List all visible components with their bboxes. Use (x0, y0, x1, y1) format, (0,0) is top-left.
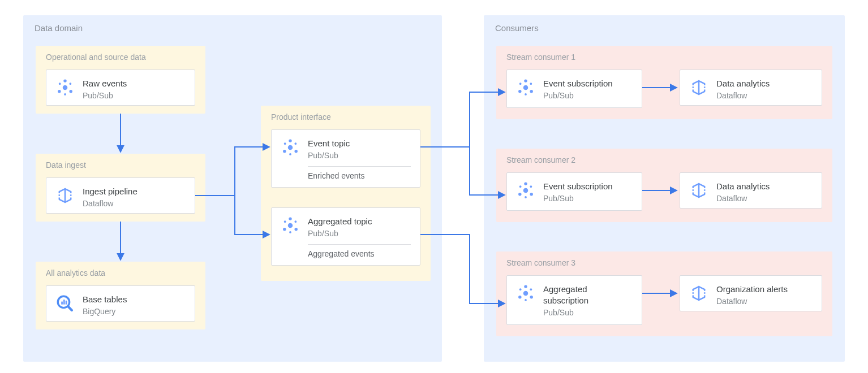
node-title: Base tables (83, 294, 127, 305)
dataflow-icon (689, 181, 708, 200)
node-c1-subscription: Event subscription Pub/Sub (506, 70, 642, 108)
group-title: Product interface (271, 112, 331, 122)
svg-point-19 (289, 153, 291, 155)
svg-point-30 (530, 90, 532, 93)
svg-rect-12 (66, 301, 67, 305)
svg-point-40 (530, 185, 532, 188)
svg-point-4 (59, 83, 61, 85)
svg-point-16 (294, 150, 297, 153)
svg-point-17 (284, 142, 286, 145)
pubsub-icon (281, 138, 300, 157)
node-sub: Pub/Sub (308, 150, 411, 161)
node-sub: Pub/Sub (308, 228, 411, 238)
svg-point-22 (283, 228, 286, 231)
svg-rect-11 (63, 300, 65, 305)
svg-point-44 (524, 285, 527, 288)
svg-point-24 (284, 220, 286, 223)
pubsub-icon (516, 284, 535, 303)
node-title: Event topic (308, 138, 411, 149)
svg-point-39 (519, 185, 522, 188)
svg-point-43 (523, 291, 528, 296)
group-title: Operational and source data (46, 53, 146, 62)
region-data-domain: Data domain Operational and source data … (23, 15, 442, 362)
svg-rect-10 (61, 302, 63, 305)
svg-point-18 (294, 142, 297, 145)
node-title: Aggregated subscription (543, 284, 633, 306)
bigquery-icon (55, 294, 75, 313)
svg-point-28 (524, 79, 527, 82)
svg-point-5 (69, 83, 71, 85)
group-consumer-1: Stream consumer 1 Event subscription Pub… (496, 46, 832, 119)
svg-point-21 (289, 217, 291, 220)
svg-point-27 (523, 85, 528, 90)
node-c3-alerts: Organization alerts Dataflow (680, 275, 822, 311)
svg-point-47 (519, 288, 522, 290)
svg-point-29 (518, 90, 521, 93)
region-title: Consumers (495, 23, 539, 33)
group-title: All analytics data (46, 268, 105, 277)
svg-point-20 (288, 223, 293, 228)
node-c3-subscription: Aggregated subscription Pub/Sub (506, 275, 642, 325)
svg-point-26 (289, 231, 291, 233)
node-c1-analytics: Data analytics Dataflow (680, 70, 822, 106)
node-sub: Pub/Sub (543, 90, 613, 101)
svg-point-36 (524, 182, 527, 185)
svg-point-1 (63, 79, 66, 82)
svg-point-32 (530, 83, 532, 85)
region-title: Data domain (35, 23, 83, 33)
node-sub: BigQuery (83, 306, 127, 316)
group-title: Stream consumer 1 (506, 53, 575, 62)
node-title: Data analytics (716, 181, 770, 192)
pubsub-icon (516, 78, 535, 97)
node-extra: Aggregated events (308, 245, 411, 258)
svg-point-49 (525, 299, 527, 301)
node-title: Ingest pipeline (83, 186, 137, 197)
group-title: Stream consumer 3 (506, 258, 575, 267)
svg-point-33 (525, 93, 527, 96)
svg-point-0 (63, 85, 68, 90)
node-sub: Pub/Sub (543, 307, 633, 318)
node-sub: Dataflow (83, 198, 137, 209)
region-consumers: Consumers Stream consumer 1 Event subscr… (484, 15, 845, 362)
node-title: Event subscription (543, 78, 613, 89)
node-c2-subscription: Event subscription Pub/Sub (506, 172, 642, 211)
svg-point-37 (518, 193, 521, 196)
svg-point-35 (523, 188, 528, 193)
group-data-ingest: Data ingest Ingest pipeline Dataflow (36, 154, 205, 222)
svg-point-25 (294, 220, 297, 223)
dataflow-icon (689, 284, 708, 303)
group-consumer-3: Stream consumer 3 Aggregated subscriptio… (496, 251, 832, 336)
node-title: Organization alerts (716, 284, 788, 295)
node-title: Aggregated topic (308, 216, 411, 227)
node-title: Event subscription (543, 181, 613, 192)
svg-point-13 (288, 145, 293, 150)
svg-point-14 (289, 139, 291, 142)
node-title: Raw events (83, 78, 127, 89)
svg-point-15 (283, 150, 286, 153)
node-ingest-pipeline: Ingest pipeline Dataflow (46, 177, 195, 214)
svg-line-9 (68, 306, 72, 310)
pubsub-icon (55, 78, 75, 97)
group-title: Stream consumer 2 (506, 155, 575, 164)
node-title: Data analytics (716, 78, 770, 89)
node-sub: Dataflow (716, 90, 770, 101)
svg-point-38 (530, 193, 532, 196)
node-aggregated-topic: Aggregated topic Pub/Sub Aggregated even… (271, 207, 420, 266)
group-title: Data ingest (46, 161, 86, 170)
svg-point-23 (294, 228, 297, 231)
node-sub: Pub/Sub (543, 193, 613, 203)
node-sub: Pub/Sub (83, 90, 127, 101)
group-consumer-2: Stream consumer 2 Event subscription Pub… (496, 149, 832, 222)
dataflow-icon (689, 78, 708, 97)
pubsub-icon (516, 181, 535, 200)
dataflow-icon (55, 186, 75, 205)
node-raw-events: Raw events Pub/Sub (46, 70, 195, 106)
svg-point-45 (518, 296, 521, 298)
node-sub: Dataflow (716, 193, 770, 203)
node-base-tables: Base tables BigQuery (46, 285, 195, 322)
svg-point-2 (58, 90, 61, 93)
group-product-interface: Product interface Event topic Pub/Sub En… (261, 106, 431, 281)
group-source-data: Operational and source data Raw events P… (36, 46, 205, 114)
node-extra: Enriched events (308, 167, 411, 180)
group-analytics-data: All analytics data Base tables BigQuery (36, 262, 205, 329)
